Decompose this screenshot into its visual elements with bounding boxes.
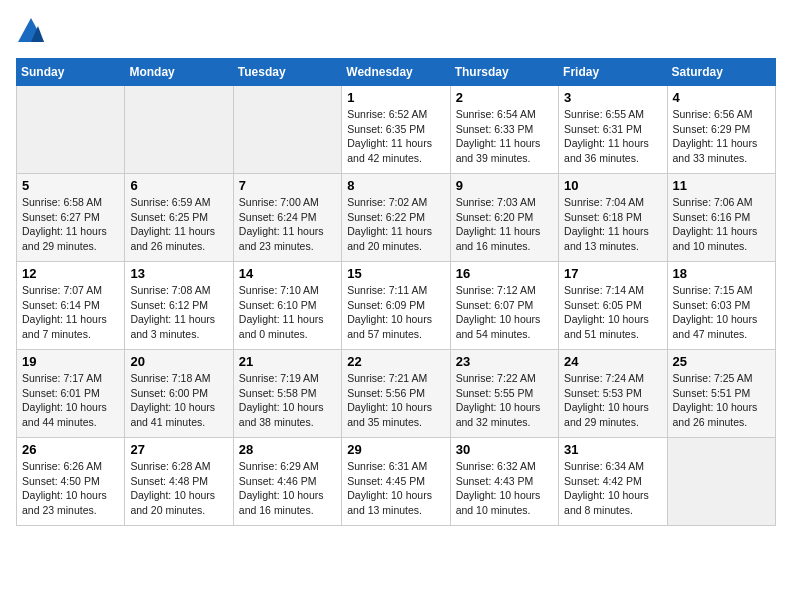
day-header-sunday: Sunday <box>17 59 125 86</box>
calendar-cell: 8Sunrise: 7:02 AM Sunset: 6:22 PM Daylig… <box>342 174 450 262</box>
day-number: 20 <box>130 354 227 369</box>
calendar-cell: 24Sunrise: 7:24 AM Sunset: 5:53 PM Dayli… <box>559 350 667 438</box>
day-number: 1 <box>347 90 444 105</box>
day-info: Sunrise: 6:29 AM Sunset: 4:46 PM Dayligh… <box>239 459 336 518</box>
day-info: Sunrise: 6:55 AM Sunset: 6:31 PM Dayligh… <box>564 107 661 166</box>
header-row: SundayMondayTuesdayWednesdayThursdayFrid… <box>17 59 776 86</box>
day-number: 5 <box>22 178 119 193</box>
day-number: 27 <box>130 442 227 457</box>
day-info: Sunrise: 6:58 AM Sunset: 6:27 PM Dayligh… <box>22 195 119 254</box>
day-number: 8 <box>347 178 444 193</box>
day-number: 30 <box>456 442 553 457</box>
calendar-cell: 19Sunrise: 7:17 AM Sunset: 6:01 PM Dayli… <box>17 350 125 438</box>
day-number: 24 <box>564 354 661 369</box>
day-info: Sunrise: 6:54 AM Sunset: 6:33 PM Dayligh… <box>456 107 553 166</box>
page-header <box>16 16 776 46</box>
calendar-cell: 13Sunrise: 7:08 AM Sunset: 6:12 PM Dayli… <box>125 262 233 350</box>
day-number: 14 <box>239 266 336 281</box>
day-info: Sunrise: 6:28 AM Sunset: 4:48 PM Dayligh… <box>130 459 227 518</box>
day-info: Sunrise: 7:19 AM Sunset: 5:58 PM Dayligh… <box>239 371 336 430</box>
day-number: 10 <box>564 178 661 193</box>
day-info: Sunrise: 6:26 AM Sunset: 4:50 PM Dayligh… <box>22 459 119 518</box>
calendar-cell: 22Sunrise: 7:21 AM Sunset: 5:56 PM Dayli… <box>342 350 450 438</box>
calendar-cell: 31Sunrise: 6:34 AM Sunset: 4:42 PM Dayli… <box>559 438 667 526</box>
day-info: Sunrise: 6:52 AM Sunset: 6:35 PM Dayligh… <box>347 107 444 166</box>
day-info: Sunrise: 7:03 AM Sunset: 6:20 PM Dayligh… <box>456 195 553 254</box>
day-info: Sunrise: 7:14 AM Sunset: 6:05 PM Dayligh… <box>564 283 661 342</box>
logo-icon <box>16 16 46 46</box>
day-number: 13 <box>130 266 227 281</box>
day-info: Sunrise: 7:18 AM Sunset: 6:00 PM Dayligh… <box>130 371 227 430</box>
calendar-cell: 18Sunrise: 7:15 AM Sunset: 6:03 PM Dayli… <box>667 262 775 350</box>
day-header-saturday: Saturday <box>667 59 775 86</box>
calendar-cell: 14Sunrise: 7:10 AM Sunset: 6:10 PM Dayli… <box>233 262 341 350</box>
day-info: Sunrise: 7:21 AM Sunset: 5:56 PM Dayligh… <box>347 371 444 430</box>
calendar-cell: 20Sunrise: 7:18 AM Sunset: 6:00 PM Dayli… <box>125 350 233 438</box>
calendar-cell: 30Sunrise: 6:32 AM Sunset: 4:43 PM Dayli… <box>450 438 558 526</box>
day-info: Sunrise: 7:02 AM Sunset: 6:22 PM Dayligh… <box>347 195 444 254</box>
calendar-cell: 10Sunrise: 7:04 AM Sunset: 6:18 PM Dayli… <box>559 174 667 262</box>
calendar-cell: 3Sunrise: 6:55 AM Sunset: 6:31 PM Daylig… <box>559 86 667 174</box>
calendar-cell: 11Sunrise: 7:06 AM Sunset: 6:16 PM Dayli… <box>667 174 775 262</box>
day-number: 7 <box>239 178 336 193</box>
calendar-cell: 15Sunrise: 7:11 AM Sunset: 6:09 PM Dayli… <box>342 262 450 350</box>
day-header-monday: Monday <box>125 59 233 86</box>
day-info: Sunrise: 7:08 AM Sunset: 6:12 PM Dayligh… <box>130 283 227 342</box>
week-row-2: 5Sunrise: 6:58 AM Sunset: 6:27 PM Daylig… <box>17 174 776 262</box>
day-number: 31 <box>564 442 661 457</box>
calendar-cell: 23Sunrise: 7:22 AM Sunset: 5:55 PM Dayli… <box>450 350 558 438</box>
calendar-cell: 29Sunrise: 6:31 AM Sunset: 4:45 PM Dayli… <box>342 438 450 526</box>
calendar-cell: 2Sunrise: 6:54 AM Sunset: 6:33 PM Daylig… <box>450 86 558 174</box>
day-info: Sunrise: 7:11 AM Sunset: 6:09 PM Dayligh… <box>347 283 444 342</box>
day-info: Sunrise: 6:56 AM Sunset: 6:29 PM Dayligh… <box>673 107 770 166</box>
day-info: Sunrise: 7:17 AM Sunset: 6:01 PM Dayligh… <box>22 371 119 430</box>
day-number: 18 <box>673 266 770 281</box>
day-number: 23 <box>456 354 553 369</box>
calendar-cell <box>667 438 775 526</box>
day-info: Sunrise: 7:00 AM Sunset: 6:24 PM Dayligh… <box>239 195 336 254</box>
calendar-cell: 25Sunrise: 7:25 AM Sunset: 5:51 PM Dayli… <box>667 350 775 438</box>
day-number: 22 <box>347 354 444 369</box>
day-info: Sunrise: 6:59 AM Sunset: 6:25 PM Dayligh… <box>130 195 227 254</box>
week-row-4: 19Sunrise: 7:17 AM Sunset: 6:01 PM Dayli… <box>17 350 776 438</box>
day-number: 26 <box>22 442 119 457</box>
day-info: Sunrise: 7:06 AM Sunset: 6:16 PM Dayligh… <box>673 195 770 254</box>
day-header-tuesday: Tuesday <box>233 59 341 86</box>
calendar-table: SundayMondayTuesdayWednesdayThursdayFrid… <box>16 58 776 526</box>
calendar-cell: 28Sunrise: 6:29 AM Sunset: 4:46 PM Dayli… <box>233 438 341 526</box>
day-number: 12 <box>22 266 119 281</box>
day-header-thursday: Thursday <box>450 59 558 86</box>
day-number: 6 <box>130 178 227 193</box>
logo <box>16 16 50 46</box>
day-info: Sunrise: 7:10 AM Sunset: 6:10 PM Dayligh… <box>239 283 336 342</box>
day-number: 21 <box>239 354 336 369</box>
calendar-cell: 27Sunrise: 6:28 AM Sunset: 4:48 PM Dayli… <box>125 438 233 526</box>
calendar-cell: 9Sunrise: 7:03 AM Sunset: 6:20 PM Daylig… <box>450 174 558 262</box>
calendar-cell <box>125 86 233 174</box>
calendar-cell: 5Sunrise: 6:58 AM Sunset: 6:27 PM Daylig… <box>17 174 125 262</box>
calendar-cell: 12Sunrise: 7:07 AM Sunset: 6:14 PM Dayli… <box>17 262 125 350</box>
day-number: 19 <box>22 354 119 369</box>
calendar-cell: 1Sunrise: 6:52 AM Sunset: 6:35 PM Daylig… <box>342 86 450 174</box>
day-header-friday: Friday <box>559 59 667 86</box>
day-info: Sunrise: 7:04 AM Sunset: 6:18 PM Dayligh… <box>564 195 661 254</box>
day-info: Sunrise: 7:15 AM Sunset: 6:03 PM Dayligh… <box>673 283 770 342</box>
day-number: 2 <box>456 90 553 105</box>
day-header-wednesday: Wednesday <box>342 59 450 86</box>
day-number: 11 <box>673 178 770 193</box>
day-number: 16 <box>456 266 553 281</box>
day-info: Sunrise: 7:07 AM Sunset: 6:14 PM Dayligh… <box>22 283 119 342</box>
calendar-cell: 7Sunrise: 7:00 AM Sunset: 6:24 PM Daylig… <box>233 174 341 262</box>
day-info: Sunrise: 7:25 AM Sunset: 5:51 PM Dayligh… <box>673 371 770 430</box>
day-number: 28 <box>239 442 336 457</box>
day-info: Sunrise: 7:22 AM Sunset: 5:55 PM Dayligh… <box>456 371 553 430</box>
day-info: Sunrise: 6:31 AM Sunset: 4:45 PM Dayligh… <box>347 459 444 518</box>
calendar-cell: 26Sunrise: 6:26 AM Sunset: 4:50 PM Dayli… <box>17 438 125 526</box>
day-info: Sunrise: 6:34 AM Sunset: 4:42 PM Dayligh… <box>564 459 661 518</box>
day-number: 4 <box>673 90 770 105</box>
day-number: 29 <box>347 442 444 457</box>
calendar-cell: 17Sunrise: 7:14 AM Sunset: 6:05 PM Dayli… <box>559 262 667 350</box>
day-info: Sunrise: 7:12 AM Sunset: 6:07 PM Dayligh… <box>456 283 553 342</box>
day-number: 15 <box>347 266 444 281</box>
day-info: Sunrise: 7:24 AM Sunset: 5:53 PM Dayligh… <box>564 371 661 430</box>
